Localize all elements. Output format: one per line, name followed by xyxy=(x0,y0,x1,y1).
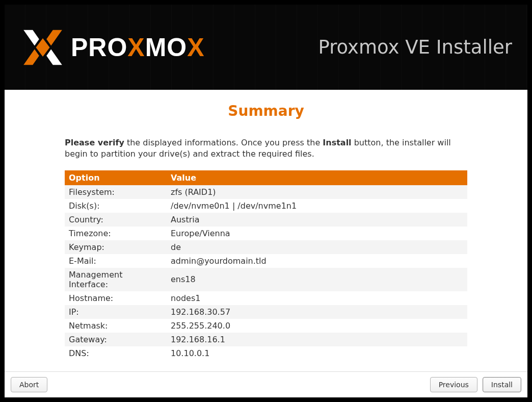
value-cell: zfs (RAID1) xyxy=(167,185,467,199)
table-row: IP:192.168.30.57 xyxy=(65,305,467,319)
option-cell: Netmask: xyxy=(65,319,167,333)
table-row: Gateway:192.168.16.1 xyxy=(65,333,467,346)
value-cell: Europe/Vienna xyxy=(167,227,467,240)
option-cell: Hostname: xyxy=(65,291,167,305)
table-row: Filesystem:zfs (RAID1) xyxy=(65,185,467,199)
footer: Abort Previous Install xyxy=(5,371,527,397)
content-area: Summary Please verify the displayed info… xyxy=(5,90,527,371)
value-cell: nodes1 xyxy=(167,291,467,305)
table-row: Hostname:nodes1 xyxy=(65,291,467,305)
page-title: Summary xyxy=(5,103,527,119)
installer-window: PROXMOX Proxmox VE Installer Summary Ple… xyxy=(4,4,528,398)
value-cell: Austria xyxy=(167,213,467,227)
instruction-text: Please verify the displayed informations… xyxy=(65,137,467,160)
option-cell: Management Interface: xyxy=(65,268,167,291)
brand-text: PROXMOX xyxy=(71,33,205,62)
install-button[interactable]: Install xyxy=(483,377,521,392)
value-cell: 192.168.30.57 xyxy=(167,305,467,319)
logo: PROXMOX xyxy=(20,24,205,70)
table-row: DNS:10.10.0.1 xyxy=(65,346,467,360)
option-cell: Keymap: xyxy=(65,240,167,254)
option-cell: E-Mail: xyxy=(65,254,167,268)
instruction-bold-2: Install xyxy=(323,138,351,147)
header-option: Option xyxy=(65,170,167,185)
abort-button[interactable]: Abort xyxy=(11,377,47,392)
header-value: Value xyxy=(167,170,467,185)
table-row: Keymap:de xyxy=(65,240,467,254)
value-cell: 192.168.16.1 xyxy=(167,333,467,346)
brand-mid: MO xyxy=(145,33,188,62)
value-cell: /dev/nvme0n1 | /dev/nvme1n1 xyxy=(167,199,467,213)
footer-right: Previous Install xyxy=(430,377,521,392)
table-header-row: Option Value xyxy=(65,170,467,185)
option-cell: Disk(s): xyxy=(65,199,167,213)
footer-left: Abort xyxy=(11,377,47,392)
logo-x-icon xyxy=(20,24,66,70)
option-cell: IP: xyxy=(65,305,167,319)
table-row: E-Mail:admin@yourdomain.tld xyxy=(65,254,467,268)
value-cell: admin@yourdomain.tld xyxy=(167,254,467,268)
option-cell: Gateway: xyxy=(65,333,167,346)
brand-accent-2: X xyxy=(187,33,204,62)
summary-table: Option Value Filesystem:zfs (RAID1)Disk(… xyxy=(65,170,467,360)
previous-button[interactable]: Previous xyxy=(430,377,477,392)
table-row: Management Interface:ens18 xyxy=(65,268,467,291)
option-cell: Filesystem: xyxy=(65,185,167,199)
option-cell: DNS: xyxy=(65,346,167,360)
brand-accent-1: X xyxy=(127,33,145,62)
option-cell: Country: xyxy=(65,213,167,227)
value-cell: ens18 xyxy=(167,268,467,291)
table-row: Country:Austria xyxy=(65,213,467,227)
header: PROXMOX Proxmox VE Installer xyxy=(5,5,527,90)
table-row: Netmask:255.255.240.0 xyxy=(65,319,467,333)
instruction-mid: the displayed informations. Once you pre… xyxy=(124,138,323,147)
table-row: Timezone:Europe/Vienna xyxy=(65,227,467,240)
option-cell: Timezone: xyxy=(65,227,167,240)
value-cell: 10.10.0.1 xyxy=(167,346,467,360)
instruction-bold-1: Please verify xyxy=(65,138,124,147)
table-row: Disk(s):/dev/nvme0n1 | /dev/nvme1n1 xyxy=(65,199,467,213)
value-cell: de xyxy=(167,240,467,254)
brand-prefix: PRO xyxy=(71,33,127,62)
header-title: Proxmox VE Installer xyxy=(318,36,512,58)
value-cell: 255.255.240.0 xyxy=(167,319,467,333)
